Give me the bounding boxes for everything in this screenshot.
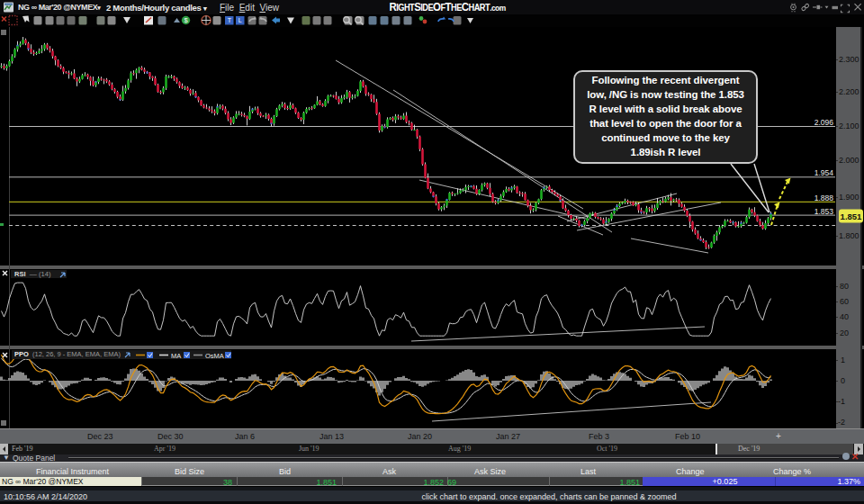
svg-text:1.851: 1.851 (841, 212, 862, 221)
svg-text:OsMA: OsMA (205, 352, 224, 360)
svg-text:MA: MA (171, 352, 181, 360)
